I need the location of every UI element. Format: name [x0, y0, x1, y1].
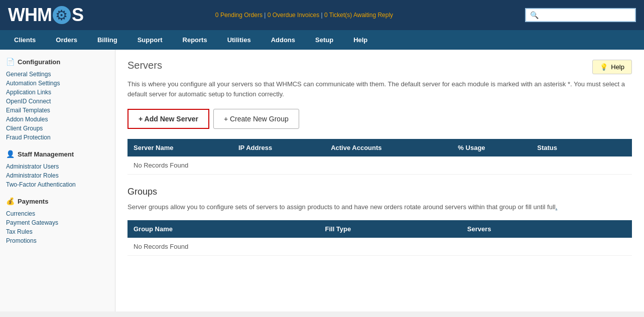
nav-item-billing[interactable]: Billing — [87, 30, 127, 50]
sidebar-item-tax-rules[interactable]: Tax Rules — [6, 227, 109, 236]
groups-description-link[interactable]: . — [556, 203, 558, 211]
create-new-group-button[interactable]: + Create New Group — [213, 109, 299, 129]
col-group-action-1 — [596, 220, 614, 238]
overdue-invoices-link[interactable]: 0 Overdue Invoices — [268, 12, 319, 19]
lightbulb-icon: 💡 — [600, 63, 608, 71]
col-servers: Servers — [461, 220, 596, 238]
help-button[interactable]: 💡 Help — [592, 60, 632, 74]
nav-item-reports[interactable]: Reports — [173, 30, 217, 50]
sidebar-section-payments: 💰 Payments Currencies Payment Gateways T… — [6, 197, 109, 245]
servers-table-body: No Records Found — [127, 156, 632, 175]
search-input[interactable] — [541, 12, 631, 19]
groups-title: Groups — [127, 187, 632, 197]
servers-no-records: No Records Found — [127, 156, 632, 175]
logo-gear-icon — [53, 6, 71, 24]
sidebar-item-two-factor[interactable]: Two-Factor Authentication — [6, 180, 109, 189]
pending-orders-link[interactable]: 0 Pending Orders — [215, 12, 263, 19]
search-icon: 🔍 — [530, 11, 539, 19]
sidebar-item-general-settings[interactable]: General Settings — [6, 70, 109, 79]
sidebar-item-fraud-protection[interactable]: Fraud Protection — [6, 133, 109, 142]
col-ip-address: IP Address — [232, 139, 325, 156]
sidebar-item-email-templates[interactable]: Email Templates — [6, 106, 109, 115]
sidebar-item-client-groups[interactable]: Client Groups — [6, 124, 109, 133]
page-title: Servers — [127, 60, 162, 71]
servers-no-records-row: No Records Found — [127, 156, 632, 175]
sidebar: 📄 Configuration General Settings Automat… — [0, 50, 115, 311]
logo: WHM S — [8, 5, 83, 26]
groups-table-header-row: Group Name Fill Type Servers — [127, 220, 632, 238]
nav-item-help[interactable]: Help — [343, 30, 377, 50]
nav-item-orders[interactable]: Orders — [46, 30, 87, 50]
sidebar-item-promotions[interactable]: Promotions — [6, 236, 109, 245]
action-buttons: + Add New Server + Create New Group — [127, 109, 632, 129]
groups-table-body: No Records Found — [127, 238, 632, 256]
tickets-awaiting-link[interactable]: 0 Ticket(s) Awaiting Reply — [324, 12, 393, 19]
tickets-awaiting-count: 0 — [324, 12, 328, 19]
main-content: Servers 💡 Help This is where you configu… — [115, 50, 644, 311]
servers-description: This is where you configure all your ser… — [127, 79, 632, 99]
sidebar-item-automation-settings[interactable]: Automation Settings — [6, 79, 109, 88]
nav-item-setup[interactable]: Setup — [305, 30, 343, 50]
groups-description-link-text: . — [556, 203, 558, 211]
nav-item-support[interactable]: Support — [127, 30, 173, 50]
content-header: Servers 💡 Help — [127, 60, 632, 79]
servers-table-header-row: Server Name IP Address Active Accounts %… — [127, 139, 632, 156]
groups-description-text: Server groups allow you to configure set… — [127, 203, 556, 211]
logo-text: WHM — [8, 5, 52, 26]
main-layout: 📄 Configuration General Settings Automat… — [0, 50, 644, 311]
sidebar-item-currencies[interactable]: Currencies — [6, 209, 109, 218]
sidebar-section-payments-title: 💰 Payments — [6, 197, 109, 205]
groups-no-records-row: No Records Found — [127, 238, 632, 256]
header: WHM S 0 Pending Orders | 0 Overdue Invoi… — [0, 0, 644, 30]
sidebar-item-openid-connect[interactable]: OpenID Connect — [6, 97, 109, 106]
servers-table: Server Name IP Address Active Accounts %… — [127, 139, 632, 175]
col-group-name: Group Name — [127, 220, 319, 238]
nav-item-clients[interactable]: Clients — [4, 30, 46, 50]
col-group-action-2 — [614, 220, 632, 238]
main-nav: Clients Orders Billing Support Reports U… — [0, 30, 644, 50]
groups-table-head: Group Name Fill Type Servers — [127, 220, 632, 238]
nav-item-utilities[interactable]: Utilities — [217, 30, 261, 50]
sidebar-item-admin-users[interactable]: Administrator Users — [6, 162, 109, 171]
groups-table: Group Name Fill Type Servers No Records … — [127, 220, 632, 256]
staff-icon: 👤 — [6, 150, 15, 158]
configuration-icon: 📄 — [6, 58, 15, 66]
logo-text-2: S — [72, 5, 83, 26]
col-server-name: Server Name — [127, 139, 232, 156]
sidebar-item-payment-gateways[interactable]: Payment Gateways — [6, 218, 109, 227]
sidebar-item-addon-modules[interactable]: Addon Modules — [6, 115, 109, 124]
col-fill-type: Fill Type — [319, 220, 461, 238]
overdue-invoices-count: 0 — [268, 12, 271, 19]
payments-icon: 💰 — [6, 197, 15, 205]
sidebar-item-admin-roles[interactable]: Administrator Roles — [6, 171, 109, 180]
col-usage: % Usage — [452, 139, 531, 156]
servers-table-head: Server Name IP Address Active Accounts %… — [127, 139, 632, 156]
sidebar-section-staff-title: 👤 Staff Management — [6, 150, 109, 158]
col-action-1 — [596, 139, 614, 156]
sidebar-section-staff: 👤 Staff Management Administrator Users A… — [6, 150, 109, 189]
help-button-label: Help — [611, 63, 624, 71]
header-stats: 0 Pending Orders | 0 Overdue Invoices | … — [215, 12, 393, 19]
sidebar-section-configuration: 📄 Configuration General Settings Automat… — [6, 58, 109, 142]
groups-no-records: No Records Found — [127, 238, 632, 256]
col-active-accounts: Active Accounts — [325, 139, 452, 156]
sidebar-section-configuration-title: 📄 Configuration — [6, 58, 109, 66]
nav-item-addons[interactable]: Addons — [261, 30, 305, 50]
pending-orders-count: 0 — [215, 12, 219, 19]
add-new-server-button[interactable]: + Add New Server — [127, 109, 209, 129]
col-action-2 — [614, 139, 632, 156]
search-box: 🔍 — [525, 8, 636, 22]
col-status: Status — [531, 139, 596, 156]
sidebar-item-application-links[interactable]: Application Links — [6, 88, 109, 97]
groups-description: Server groups allow you to configure set… — [127, 202, 632, 212]
